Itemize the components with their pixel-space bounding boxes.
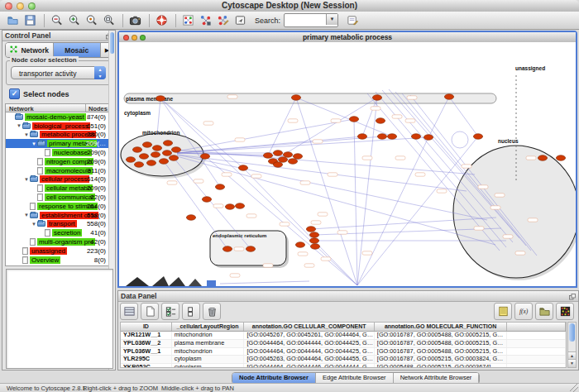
tree-item-nitrogen-compo[interactable]: nitrogen compo209(0) (6, 157, 113, 166)
tree-scrollbar-thumb[interactable] (110, 32, 114, 54)
vizmapper-edit-icon[interactable] (215, 12, 231, 28)
graph-node[interactable] (411, 134, 420, 140)
graph-node[interactable] (246, 246, 255, 252)
tree-item-mosaic-demo-yeast[interactable]: mosaic-demo-yeast874(0) (6, 112, 113, 122)
graph-node[interactable] (377, 134, 386, 140)
delete-attribute-icon[interactable] (203, 303, 221, 320)
column-header[interactable]: annotation.GO CELLULAR_COMPONENT (244, 323, 374, 331)
unselect-attributes-icon[interactable] (182, 303, 200, 320)
graph-node[interactable] (309, 232, 318, 238)
graph-node[interactable] (223, 246, 232, 252)
graph-node[interactable] (186, 215, 195, 221)
graph-node[interactable] (200, 154, 209, 160)
search-input[interactable]: ▼ (284, 13, 338, 27)
graph-node[interactable] (159, 159, 168, 165)
graph-node[interactable] (151, 152, 160, 158)
graph-node[interactable] (310, 244, 319, 250)
matrix-icon[interactable] (556, 303, 574, 320)
graph-node[interactable] (556, 155, 565, 161)
table-scrollbar[interactable]: ▲ ▼ (567, 322, 577, 368)
graph-node[interactable] (291, 95, 300, 101)
graph-node[interactable] (444, 94, 453, 100)
graph-node[interactable] (538, 155, 547, 161)
graph-node[interactable] (139, 154, 148, 160)
search-dropdown-icon[interactable]: ▼ (326, 14, 337, 25)
table-row[interactable]: YPL036W__1mitochondrion[GO:0044464, GO:0… (121, 348, 566, 356)
graph-node[interactable] (171, 147, 180, 153)
graph-node[interactable] (293, 154, 302, 160)
graph-node[interactable] (309, 238, 318, 244)
tree-item-secretion[interactable]: secretion41(0) (6, 228, 113, 237)
tree-item-nucleobase-[interactable]: nucleobase-209(0) (6, 148, 113, 157)
graph-node[interactable] (156, 96, 165, 102)
column-header[interactable]: _cellularLayoutRegion (172, 323, 245, 331)
graph-node[interactable] (126, 157, 135, 163)
save-icon[interactable] (22, 12, 38, 28)
table-row[interactable]: YPL036W__2plasma membrane[GO:0044464, GO… (121, 340, 566, 348)
graph-node[interactable] (273, 151, 282, 156)
zoom-in-icon[interactable] (66, 12, 82, 28)
graph-node[interactable] (295, 242, 304, 248)
graph-node[interactable] (225, 204, 234, 210)
expand-triangle-icon[interactable]: ▼ (23, 177, 30, 182)
expand-triangle-icon[interactable]: ▼ (23, 132, 30, 137)
snapshot-icon[interactable] (127, 12, 143, 28)
graph-node[interactable] (202, 197, 211, 203)
expand-triangle-icon[interactable]: ▼ (16, 123, 22, 128)
open-icon[interactable] (5, 12, 21, 28)
graph-node[interactable] (473, 134, 482, 140)
tree-item-cellular-metabo[interactable]: cellular metabo209(0) (6, 184, 113, 193)
annotation-icon[interactable] (232, 12, 248, 28)
zoom-selected-icon[interactable] (84, 12, 99, 28)
tree-column-header[interactable]: Network Nodes (5, 103, 114, 112)
graph-node[interactable] (376, 118, 385, 124)
graph-node[interactable] (215, 184, 224, 190)
birdseye-overview-panel[interactable] (6, 269, 113, 369)
tree-item-cellular-process[interactable]: ▼cellular process614(0) (6, 175, 113, 184)
graph-node[interactable] (372, 95, 381, 101)
table-scrollbar-thumb[interactable] (569, 323, 575, 342)
column-header[interactable]: ID (121, 323, 172, 331)
tree-item-response-to-stimulu[interactable]: response to stimulu264(0) (6, 202, 113, 211)
tree-item-macromolecule[interactable]: macromolecule311(0) (6, 166, 113, 175)
scroll-down-icon[interactable]: ▼ (568, 359, 576, 367)
graph-node[interactable] (423, 135, 433, 141)
graph-node[interactable] (238, 165, 247, 171)
import-icon[interactable] (535, 303, 553, 320)
network-canvas[interactable]: plasma membranecytoplasmmitochondrionnuc… (119, 42, 576, 286)
notes-icon[interactable] (494, 303, 512, 320)
table-row[interactable]: YJR121W__1mitochondrion[GO:0045267, GO:0… (121, 332, 566, 340)
column-header[interactable] (507, 323, 566, 331)
vizmapper-icon[interactable] (198, 12, 213, 28)
attribute-table-icon[interactable] (120, 303, 138, 320)
graph-node[interactable] (235, 203, 244, 209)
graph-node[interactable] (273, 162, 282, 168)
graph-node[interactable] (134, 162, 143, 168)
graph-node[interactable] (146, 160, 156, 166)
tree-item-primary-metabo[interactable]: ▼primary metabo209(… (6, 139, 113, 148)
graph-node[interactable] (169, 155, 178, 161)
graph-node[interactable] (162, 151, 171, 156)
graph-node[interactable] (152, 146, 161, 151)
graph-node[interactable] (288, 159, 297, 165)
tree-item-metabolic-process[interactable]: ▼metabolic process280(0) (6, 131, 113, 140)
zoom-fit-icon[interactable] (101, 12, 117, 28)
tree-item-biological-process[interactable]: ▼biological_process651(0) (6, 122, 113, 131)
graph-node[interactable] (306, 227, 315, 232)
tree-item-establishment-of-lo[interactable]: ▼establishment of lo558(0) (6, 211, 113, 220)
resize-grip[interactable] (570, 384, 578, 392)
table-row[interactable]: YKR052Ccytoplasm[GO:0044464, GO:0044446,… (121, 364, 566, 368)
expand-triangle-icon[interactable]: ▼ (23, 213, 30, 218)
help-icon[interactable] (154, 12, 170, 28)
table-row[interactable]: YLR295Ccytoplasm[GO:0045263, GO:0044464,… (121, 356, 566, 364)
network-overview-icon[interactable] (180, 12, 196, 28)
tree-item-unassigned[interactable]: unassigned223(0) (6, 246, 113, 256)
new-attribute-icon[interactable] (141, 303, 159, 320)
tree-item-transport[interactable]: ▼transport558(0) (6, 220, 113, 229)
tree-item-overview[interactable]: Overview8(0) (6, 256, 113, 265)
graph-node[interactable] (163, 141, 172, 146)
graph-node[interactable] (142, 142, 151, 148)
graph-node[interactable] (283, 152, 292, 158)
select-nodes-checkbox[interactable]: ✓ (9, 88, 20, 99)
tree-item-cell-communicat[interactable]: cell communicat22(0) (6, 193, 113, 202)
